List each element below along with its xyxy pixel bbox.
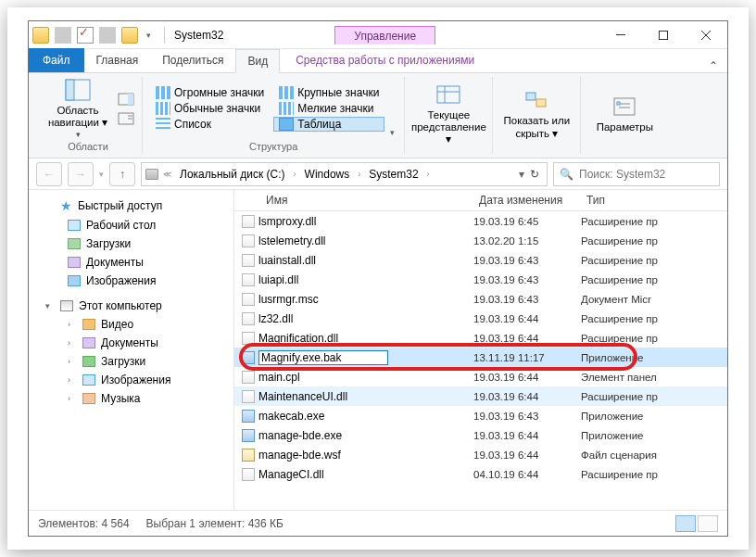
nav-pane-button[interactable]: Область навигации ▾ — [42, 73, 114, 143]
file-name: MaintenanceUI.dll — [258, 390, 473, 403]
layout-large[interactable]: Крупные значки — [273, 85, 384, 100]
layout-small[interactable]: Мелкие значки — [273, 101, 384, 116]
file-row[interactable]: luainstall.dll19.03.19 6:43Расширение пр — [234, 250, 727, 270]
file-row[interactable]: lz32.dll19.03.19 6:44Расширение пр — [234, 309, 727, 328]
file-name: lusrmgr.msc — [258, 293, 473, 306]
tab-home[interactable]: Главная — [84, 48, 151, 72]
folder-icon — [32, 27, 49, 44]
pictures-icon — [68, 275, 81, 286]
file-row[interactable]: lsmproxy.dll19.03.19 6:45Расширение пр — [234, 211, 727, 231]
qat-folder-icon[interactable] — [121, 27, 138, 44]
dll-icon — [238, 293, 258, 306]
tab-view[interactable]: Вид — [235, 49, 280, 73]
file-row[interactable]: ManageCI.dll04.10.19 6:44Расширение пр — [234, 464, 727, 484]
dll-icon — [238, 215, 258, 228]
back-button[interactable]: ← — [36, 162, 62, 186]
qat-dropdown-icon[interactable]: ▾ — [140, 27, 157, 44]
desktop-icon — [68, 220, 81, 231]
tab-app-tools[interactable]: Средства работы с приложениями — [284, 48, 486, 72]
layout-huge[interactable]: Огромные значки — [150, 85, 270, 100]
file-name: main.cpl — [258, 371, 473, 384]
documents-icon — [68, 257, 81, 268]
history-dropdown-icon[interactable]: ▾ — [99, 170, 104, 179]
file-name: makecab.exe — [258, 410, 473, 423]
svg-rect-12 — [526, 93, 536, 100]
dll-icon — [238, 468, 258, 481]
preview-pane-icon[interactable] — [118, 93, 134, 106]
item-count: Элементов: 4 564 — [38, 517, 130, 530]
ribbon-tabs: Файл Главная Поделиться Вид Средства раб… — [29, 49, 727, 73]
pictures-icon — [82, 374, 95, 386]
address-dropdown-icon[interactable]: ▾ — [519, 168, 524, 181]
file-name — [258, 350, 473, 365]
file-name: manage-bde.exe — [258, 429, 473, 442]
dll-icon — [238, 273, 258, 286]
ribbon: Область навигации ▾ Области Огромные зна… — [29, 73, 727, 158]
music-icon — [82, 393, 95, 404]
dll-icon — [238, 332, 258, 345]
options-button[interactable]: Параметры — [588, 90, 661, 137]
file-name: luainstall.dll — [258, 254, 473, 267]
file-row[interactable]: manage-bde.wsf19.03.19 6:44Файл сценария — [234, 445, 727, 464]
search-icon: 🔍 — [560, 168, 573, 181]
tab-share[interactable]: Поделиться — [150, 48, 235, 72]
search-input[interactable]: 🔍 Поиск: System32 — [553, 162, 720, 186]
pc-icon — [60, 300, 73, 311]
file-row[interactable]: manage-bde.exe19.03.19 6:44Приложение — [234, 425, 727, 445]
current-view-button[interactable]: Текущее представление ▾ — [412, 78, 485, 150]
maximize-button[interactable] — [642, 21, 685, 48]
explorer-window: ▾ System32 Управление Файл Главная Подел… — [28, 20, 728, 537]
breadcrumb[interactable]: ≪ Локальный диск (C:)› Windows› System32… — [141, 162, 548, 186]
downloads-icon — [68, 238, 81, 249]
layout-medium[interactable]: Обычные значки — [150, 101, 270, 116]
view-icons-button[interactable] — [698, 515, 718, 532]
refresh-icon[interactable]: ↻ — [530, 168, 539, 181]
videos-icon — [82, 319, 95, 330]
file-name: manage-bde.wsf — [258, 449, 473, 462]
star-icon: ★ — [60, 198, 72, 213]
file-row[interactable]: lstelemetry.dll13.02.20 1:15Расширение п… — [234, 231, 727, 250]
up-button[interactable]: ↑ — [109, 162, 135, 186]
selection-info: Выбран 1 элемент: 436 КБ — [146, 517, 284, 530]
drive-icon — [145, 169, 158, 180]
forward-button[interactable]: → — [68, 162, 94, 186]
exe-icon — [238, 410, 258, 423]
details-pane-icon[interactable] — [118, 112, 134, 125]
file-row[interactable]: MaintenanceUI.dll19.03.19 6:44Расширение… — [234, 386, 727, 406]
nav-tree[interactable]: ★Быстрый доступ Рабочий стол Загрузки До… — [29, 190, 234, 510]
rename-input[interactable] — [258, 350, 388, 365]
close-button[interactable] — [685, 21, 727, 48]
exe-icon — [238, 351, 258, 364]
file-row[interactable]: 13.11.19 11:17Приложение — [234, 348, 727, 367]
tab-file[interactable]: Файл — [29, 48, 84, 72]
dll-icon — [238, 234, 258, 247]
file-name: lsmproxy.dll — [258, 215, 473, 228]
status-bar: Элементов: 4 564 Выбран 1 элемент: 436 К… — [29, 510, 727, 536]
file-row[interactable]: Magnification.dll19.03.19 6:44Расширение… — [234, 328, 727, 348]
file-row[interactable]: main.cpl19.03.19 6:44Элемент панел — [234, 367, 727, 386]
layout-table[interactable]: Таблица — [273, 117, 384, 132]
layout-more-icon[interactable]: ▾ — [388, 126, 397, 139]
qat-properties-icon[interactable] — [77, 27, 94, 44]
svg-rect-3 — [66, 80, 74, 100]
file-row[interactable]: lusrmgr.msc19.03.19 6:43Документ Micr — [234, 289, 727, 309]
minimize-button[interactable] — [599, 21, 642, 48]
tab-manage[interactable]: Управление — [334, 26, 435, 44]
svg-rect-0 — [616, 34, 625, 35]
window-title: System32 — [169, 29, 223, 42]
file-name: Magnification.dll — [258, 332, 473, 345]
layout-list[interactable]: Список — [150, 117, 270, 132]
titlebar: ▾ System32 Управление — [29, 21, 727, 49]
view-details-button[interactable] — [675, 515, 696, 532]
file-row[interactable]: luiapi.dll19.03.19 6:43Расширение пр — [234, 270, 727, 289]
file-row[interactable]: makecab.exe19.03.19 6:43Приложение — [234, 406, 727, 425]
dll-icon — [238, 312, 258, 325]
dll-icon — [238, 390, 258, 403]
svg-rect-13 — [536, 99, 546, 107]
exe-icon — [238, 429, 258, 442]
svg-rect-5 — [128, 94, 133, 105]
show-hide-button[interactable]: Показать или скрыть ▾ — [500, 83, 573, 143]
file-list: Имя Дата изменения Тип lsmproxy.dll19.03… — [234, 190, 727, 510]
column-headers[interactable]: Имя Дата изменения Тип — [234, 190, 727, 211]
ribbon-collapse-icon[interactable]: ⌃ — [699, 59, 727, 72]
